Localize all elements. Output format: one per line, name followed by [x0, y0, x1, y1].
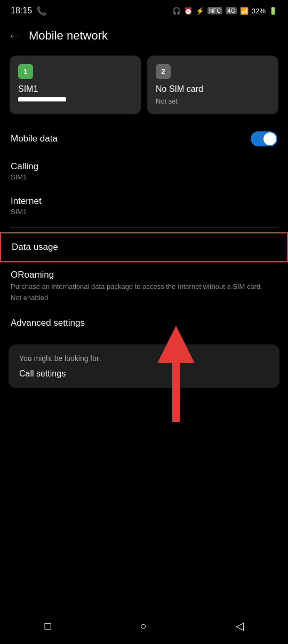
- internet-sub: SIM1: [11, 208, 42, 216]
- suggestion-title: You might be looking for:: [19, 354, 269, 363]
- sim-cards-row: 1 SIM1 2 No SIM card Not set: [0, 50, 288, 124]
- mobile-data-row[interactable]: Mobile data: [0, 124, 288, 154]
- suggestion-box: You might be looking for: Call settings: [9, 344, 279, 388]
- data-usage-label: Data usage: [12, 242, 276, 253]
- signal-icon: 📶: [240, 7, 249, 15]
- sim2-badge: 2: [156, 64, 171, 79]
- data-usage-row[interactable]: Data usage: [0, 232, 288, 262]
- sim1-name: SIM1: [18, 84, 132, 94]
- nav-back-icon[interactable]: ◁: [236, 619, 244, 632]
- time-display: 18:15: [11, 6, 32, 15]
- nav-home-icon[interactable]: ○: [140, 620, 147, 632]
- alarm-icon: ⏰: [184, 7, 193, 15]
- network-icon: 4G: [226, 7, 237, 14]
- oroaming-status: Not enabled: [11, 294, 277, 302]
- status-time: 18:15 📞: [11, 6, 47, 16]
- battery-level: 32%: [252, 7, 266, 15]
- mobile-data-toggle[interactable]: [251, 131, 277, 146]
- sim2-sub: Not set: [156, 97, 270, 105]
- calling-label-group: Calling SIM1: [11, 161, 38, 181]
- back-button[interactable]: ←: [9, 29, 20, 43]
- status-right: 🎧 ⏰ ⚡ NFC 4G 📶 32% 🔋: [172, 7, 277, 15]
- bluetooth-icon: ⚡: [196, 7, 204, 15]
- sim1-bar: [18, 97, 66, 101]
- sim1-card[interactable]: 1 SIM1: [10, 56, 141, 114]
- mobile-data-label-group: Mobile data: [11, 133, 58, 144]
- nav-bar: □ ○ ◁: [0, 612, 288, 644]
- advanced-settings-label: Advanced settings: [11, 318, 277, 328]
- call-settings-link[interactable]: Call settings: [19, 369, 269, 379]
- oroaming-label: ORoaming: [11, 270, 277, 280]
- sim1-badge: 1: [18, 64, 33, 79]
- page-title: Mobile network: [29, 29, 108, 43]
- oroaming-desc: Purchase an international data package t…: [11, 282, 277, 292]
- headphone-icon: 🎧: [172, 7, 181, 15]
- calling-label: Calling: [11, 161, 38, 172]
- calling-sub: SIM1: [11, 173, 38, 181]
- oroaming-row[interactable]: ORoaming Purchase an international data …: [0, 262, 288, 309]
- phone-icon: 📞: [36, 6, 47, 16]
- nav-square-icon[interactable]: □: [44, 620, 51, 632]
- internet-label: Internet: [11, 196, 42, 207]
- header: ← Mobile network: [0, 21, 288, 50]
- mobile-data-label: Mobile data: [11, 133, 58, 144]
- internet-label-group: Internet SIM1: [11, 196, 42, 216]
- sim2-card[interactable]: 2 No SIM card Not set: [147, 56, 278, 114]
- toggle-circle: [263, 132, 276, 145]
- divider-1: [10, 227, 278, 228]
- calling-row[interactable]: Calling SIM1: [0, 154, 288, 189]
- sim2-name: No SIM card: [156, 84, 270, 94]
- internet-row[interactable]: Internet SIM1: [0, 189, 288, 223]
- battery-icon: 🔋: [269, 7, 277, 15]
- status-bar: 18:15 📞 🎧 ⏰ ⚡ NFC 4G 📶 32% 🔋: [0, 0, 288, 21]
- advanced-settings-row[interactable]: Advanced settings: [0, 309, 288, 337]
- nfc-icon: NFC: [207, 7, 223, 14]
